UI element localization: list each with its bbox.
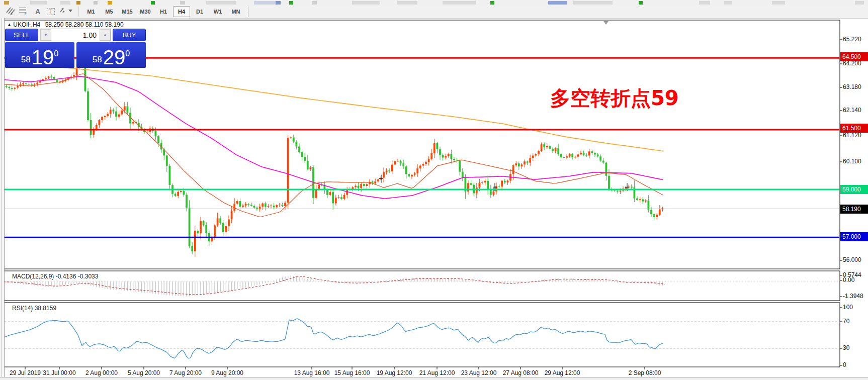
time-axis-label: 29 Aug 12:00 bbox=[545, 369, 580, 376]
macd-indicator-label: MACD(12,26,9) -0.4136 -0.3033 bbox=[12, 273, 98, 280]
volume-increase-button[interactable]: ▲ bbox=[100, 29, 111, 41]
time-axis-label: 19 Aug 12:00 bbox=[377, 369, 412, 376]
sell-price-display[interactable]: 58 19 0 bbox=[5, 42, 74, 68]
price-axis-label: 60.100 bbox=[843, 158, 861, 165]
price-axis-box-64.500: 64.500 bbox=[840, 52, 868, 61]
price-axis-label: 63.180 bbox=[843, 83, 861, 90]
time-axis-label: 2 Aug 00:00 bbox=[85, 369, 118, 376]
symbol-marker-icon: ▲ bbox=[7, 22, 12, 27]
rsi-axis-label: 100 bbox=[843, 304, 853, 311]
macd-panel bbox=[4, 271, 840, 301]
time-axis-label: 13 Aug 16:00 bbox=[294, 369, 330, 376]
sell-price-small: 58 bbox=[21, 55, 31, 65]
macd-axis-label: -1.3948 bbox=[843, 293, 863, 300]
price-axis-label: 62.140 bbox=[843, 107, 861, 114]
candle bbox=[87, 88, 89, 122]
volume-decrease-button[interactable]: ▼ bbox=[40, 29, 51, 41]
candle bbox=[287, 135, 289, 209]
rsi-indicator-label: RSI(14) 38.8159 bbox=[12, 305, 56, 312]
candle bbox=[84, 65, 86, 92]
volume-input[interactable]: 1.00 bbox=[51, 29, 100, 41]
window-left-splitter[interactable] bbox=[0, 18, 5, 377]
price-axis-box-58.190: 58.190 bbox=[840, 205, 868, 214]
time-axis-label: 21 Aug 12:00 bbox=[419, 369, 455, 376]
buy-price-sup: 0 bbox=[125, 49, 130, 58]
price-axis-label: 65.220 bbox=[843, 36, 861, 43]
price-axis-box-59.000: 59.000 bbox=[840, 185, 868, 194]
buy-price-small: 58 bbox=[93, 55, 102, 65]
chart-text-annotation[interactable]: 多空转折点59 bbox=[550, 84, 679, 112]
price-axis-label: 61.120 bbox=[843, 132, 861, 139]
price-axis-box-61.500: 61.500 bbox=[840, 124, 868, 133]
rsi-axis-label: 0 bbox=[843, 361, 846, 368]
time-axis-label: 15 Aug 16:00 bbox=[334, 369, 370, 376]
sell-button[interactable]: SELL bbox=[5, 29, 38, 41]
time-axis-label: 9 Aug 20:00 bbox=[211, 369, 243, 376]
volume-spinner: ▼ 1.00 ▲ bbox=[40, 29, 111, 41]
time-axis-label: 7 Aug 20:00 bbox=[169, 369, 202, 376]
time-axis-label: 31 Jul 00:00 bbox=[43, 369, 75, 376]
time-axis-label: 2 Sep 08:00 bbox=[629, 369, 661, 376]
rsi-panel bbox=[4, 303, 840, 367]
buy-button[interactable]: BUY bbox=[113, 29, 146, 41]
rsi-axis-label: 30 bbox=[843, 344, 849, 351]
macd-axis-label: 0.00 bbox=[843, 276, 854, 283]
buy-price-big: 29 bbox=[103, 48, 126, 66]
buy-price-display[interactable]: 58 29 0 bbox=[76, 42, 146, 68]
ohlc-quotes-label: 58.250 58.280 58.110 58.190 bbox=[45, 21, 124, 28]
symbol-header: ▲ UKOil-,H4 58.250 58.280 58.110 58.190 bbox=[7, 21, 124, 28]
rsi-axis-label: 70 bbox=[843, 318, 849, 325]
time-axis-label: 5 Aug 20:00 bbox=[128, 369, 160, 376]
price-axis-label: 56.000 bbox=[843, 256, 861, 263]
sell-price-big: 19 bbox=[32, 48, 54, 66]
time-axis-label: 29 Jul 2019 bbox=[10, 369, 41, 376]
price-axis-box-57.000: 57.000 bbox=[840, 232, 868, 241]
mt4-terminal-window: { "top_strip": { "fragments": [[8,10,"#c… bbox=[0, 0, 868, 380]
bottom-status-strip bbox=[0, 377, 868, 380]
time-axis-label: 27 Aug 08:00 bbox=[503, 369, 539, 376]
symbol-period-label: UKOil-,H4 bbox=[13, 21, 40, 28]
time-axis-label: 23 Aug 12:00 bbox=[461, 369, 497, 376]
one-click-trading-panel: SELL ▼ 1.00 ▲ BUY 58 19 0 58 29 0 bbox=[5, 29, 146, 68]
sell-price-sup: 0 bbox=[54, 49, 58, 58]
